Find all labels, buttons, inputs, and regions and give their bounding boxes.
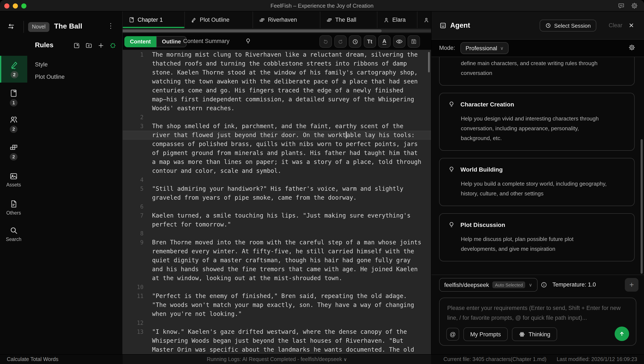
- editor-line[interactable]: remembered every winter. At fifty-five, …: [123, 247, 431, 256]
- rail-item-chapters[interactable]: 1: [0, 88, 27, 106]
- ai-generate-icon[interactable]: [110, 42, 116, 49]
- chat-input[interactable]: [446, 302, 630, 324]
- editor-line[interactable]: 6: [123, 202, 431, 211]
- select-session-button[interactable]: Select Session: [540, 20, 596, 32]
- editor-line[interactable]: 2: [123, 113, 431, 122]
- rail-item-others[interactable]: Others: [0, 199, 27, 216]
- editor-line[interactable]: 10: [123, 283, 431, 292]
- editor-scrollbar-thumb[interactable]: [428, 52, 430, 72]
- editor-line[interactable]: 12: [123, 318, 431, 328]
- tab-elara[interactable]: Elara: [377, 12, 417, 28]
- rail-item-writing[interactable]: 2: [0, 56, 27, 82]
- agent-title: Agent: [450, 21, 470, 30]
- running-logs[interactable]: Running Logs: AI Request Completed - fee…: [123, 355, 431, 364]
- save-button[interactable]: [408, 35, 420, 48]
- editor-line[interactable]: "The woods won't match your map exactly,…: [123, 300, 431, 310]
- suggestion-card-plot-discussion[interactable]: Plot Discussion Help me discuss plot, pl…: [439, 213, 635, 262]
- redo-button[interactable]: [334, 35, 346, 48]
- editor-line[interactable]: 3 The shop smelled of ink, parchment, an…: [123, 122, 431, 131]
- suggestion-card-truncated[interactable]: define main characters, and create writi…: [439, 57, 635, 86]
- lightbulb-icon[interactable]: [245, 37, 251, 45]
- editor-line[interactable]: Woods' eastern reaches.: [123, 104, 431, 113]
- editor-line[interactable]: at the window, looking out at the mist-s…: [123, 274, 431, 283]
- editor-line[interactable]: 5 "Still admiring your handiwork?" His f…: [123, 184, 431, 193]
- line-number: [123, 77, 144, 86]
- mode-select[interactable]: Professional ∨: [460, 42, 509, 54]
- info-icon[interactable]: [540, 282, 547, 288]
- tab-scrollbar-thumb[interactable]: [123, 29, 382, 32]
- line-text: map–his first independent commission, a …: [152, 95, 414, 104]
- agent-settings-gear-icon[interactable]: [628, 44, 635, 51]
- tree-item-plot-outline[interactable]: Plot Outline: [27, 71, 122, 83]
- import-file-icon[interactable]: [73, 42, 80, 49]
- tab-ka[interactable]: Ka: [417, 12, 431, 28]
- editor-line[interactable]: perfect for tomorrow.": [123, 220, 431, 229]
- undo-button[interactable]: [319, 35, 332, 48]
- content-view-button[interactable]: Content: [124, 36, 156, 47]
- editor-line[interactable]: map–his first independent commission, a …: [123, 95, 431, 104]
- add-file-icon[interactable]: [98, 42, 104, 49]
- model-select[interactable]: feelfish/deepseek Auto Selected ∨: [439, 278, 537, 292]
- add-model-button[interactable]: +: [625, 278, 638, 292]
- temperature-setting[interactable]: Temperature: 1.0: [552, 282, 596, 288]
- editor-line[interactable]: river that flowed just beyond their door…: [123, 131, 431, 140]
- editor-line[interactable]: 13 "I know." Kaelen's gaze drifted westw…: [123, 328, 431, 336]
- suggestion-card-character-creation[interactable]: Character Creation Help you design vivid…: [439, 93, 635, 151]
- send-button[interactable]: [614, 326, 629, 341]
- outline-view-button[interactable]: Outline: [156, 36, 187, 47]
- switch-project-icon[interactable]: [7, 22, 15, 30]
- rail-item-characters[interactable]: 2: [0, 115, 27, 133]
- calculate-total-words-button[interactable]: Calculate Total Words: [0, 355, 123, 364]
- editor-line[interactable]: watching the town awaken with the delibe…: [123, 77, 431, 86]
- history-button[interactable]: [349, 35, 361, 48]
- collection-menu-kebab-icon[interactable]: ⋮: [107, 22, 114, 30]
- content-summary-button[interactable]: Content Summary: [183, 38, 230, 44]
- text-format-button[interactable]: Tt: [364, 35, 376, 48]
- editor-line[interactable]: Master Orin was specific about the landm…: [123, 345, 431, 354]
- editor-line[interactable]: graveled from years of pipe smoke, came …: [123, 193, 431, 202]
- editor-line[interactable]: Whispering Woods began just beyond the l…: [123, 336, 431, 345]
- book-icon: [129, 16, 135, 23]
- editor-line[interactable]: 7 Kaelen turned, a smile touching his li…: [123, 211, 431, 220]
- new-folder-icon[interactable]: [85, 42, 93, 49]
- rail-item-worlds[interactable]: 2: [0, 142, 27, 160]
- editor-line[interactable]: of pigment ground from minerals and plan…: [123, 148, 431, 158]
- editor-line[interactable]: 4: [123, 176, 431, 184]
- tab-chapter-1[interactable]: Chapter 1: [123, 12, 185, 28]
- line-text: thatched roofs and turning the cobblesto…: [152, 59, 407, 68]
- editor-line[interactable]: stone. Kaelen Thorne stood at the window…: [123, 68, 431, 77]
- editor-line[interactable]: 9 Bren Thorne moved into the room with t…: [123, 238, 431, 247]
- line-text: quiet dignity of a master craftsman, tho…: [152, 256, 411, 265]
- editor-line[interactable]: contour and color, scale and symbol.: [123, 166, 431, 176]
- editor-line[interactable]: 11 "Perfect is the enemy of finished," B…: [123, 292, 431, 300]
- tab-riverhaven[interactable]: Riverhaven: [253, 12, 320, 28]
- feedback-chat-icon[interactable]: [617, 2, 625, 9]
- line-text: Kaelen turned, a smile touching his lips…: [152, 211, 411, 220]
- text-editor[interactable]: 1 The morning mist clung to Riverhaven l…: [123, 50, 431, 354]
- model-row: feelfish/deepseek Auto Selected ∨ Temper…: [431, 274, 644, 298]
- editor-line[interactable]: when you're not looking.": [123, 310, 431, 318]
- preview-eye-button[interactable]: [393, 35, 405, 48]
- app-settings-gear-icon[interactable]: [631, 2, 638, 9]
- highlight-color-button[interactable]: A: [378, 35, 391, 48]
- thinking-toggle-button[interactable]: Thinking: [512, 328, 557, 341]
- suggestion-card-world-building[interactable]: World Building Help you build a complete…: [439, 158, 635, 206]
- agent-scrollbar-thumb[interactable]: [640, 139, 643, 274]
- tree-item-style[interactable]: Style: [27, 58, 122, 71]
- editor-line[interactable]: compasses of polished brass, quills with…: [123, 140, 431, 148]
- editor-line[interactable]: 8: [123, 229, 431, 238]
- editor-line[interactable]: and his hands showed the fine tremors th…: [123, 265, 431, 274]
- rail-item-search[interactable]: Search: [0, 226, 27, 242]
- editor-line[interactable]: thatched roofs and turning the cobblesto…: [123, 59, 431, 68]
- close-agent-icon[interactable]: ✕: [629, 22, 634, 30]
- editor-line[interactable]: a map was more than lines on paper; it w…: [123, 158, 431, 166]
- rail-item-assets[interactable]: Assets: [0, 172, 27, 187]
- file-mention-button[interactable]: @: [446, 328, 459, 340]
- my-prompts-button[interactable]: My Prompts: [463, 328, 508, 341]
- editor-line[interactable]: 1 The morning mist clung to Riverhaven l…: [123, 50, 431, 59]
- tab-plot-outline[interactable]: Plot Outline: [185, 12, 253, 28]
- editor-line[interactable]: centuries come and go. His fingers trace…: [123, 86, 431, 95]
- tab-the-ball[interactable]: The Ball: [320, 12, 377, 28]
- editor-line[interactable]: quiet dignity of a master craftsman, tho…: [123, 256, 431, 265]
- clear-session-button[interactable]: Clear: [609, 22, 622, 28]
